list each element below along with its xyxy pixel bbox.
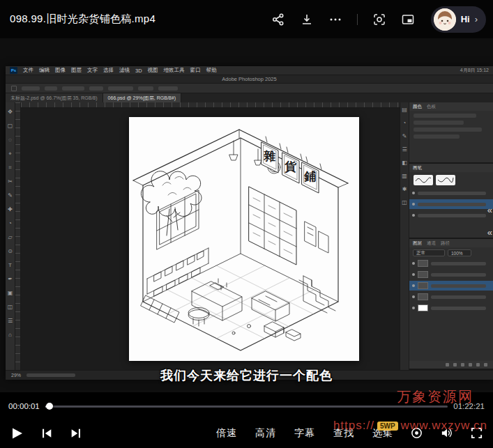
signboard-char-1: 雜 bbox=[264, 149, 276, 163]
tool-zoom-icon[interactable]: ⌂ bbox=[8, 328, 12, 342]
vertical-ruler bbox=[15, 102, 21, 370]
menu-edit[interactable]: 编辑 bbox=[39, 67, 50, 74]
tab-swatches[interactable]: 色板 bbox=[427, 104, 436, 110]
tool-hand-icon[interactable]: ☰ bbox=[8, 314, 13, 328]
brushes-panel: 画笔 bbox=[409, 164, 493, 239]
color-panel: 颜色 色板 bbox=[409, 102, 493, 164]
layer-mask-icon[interactable] bbox=[461, 363, 464, 366]
panel-adjustments-icon[interactable]: ◧ bbox=[402, 160, 407, 166]
tool-healing-icon[interactable]: ✚ bbox=[8, 203, 13, 217]
opacity-field[interactable]: 100% bbox=[448, 249, 471, 256]
panel-collapse-icon[interactable]: « bbox=[487, 206, 492, 215]
panel-actions-icon[interactable]: ✱ bbox=[402, 186, 407, 192]
brush-list-item[interactable] bbox=[409, 188, 493, 198]
tool-crop-icon[interactable]: ⌗ bbox=[8, 161, 12, 175]
photoshop-options-bar bbox=[6, 84, 493, 93]
photoshop-panels: ▤ ◔ ✎ ☰ ◧ ▥ ✱ ◫ 颜色 色板 bbox=[400, 102, 493, 370]
tool-mask-icon[interactable]: ◫ bbox=[8, 300, 13, 314]
seek-bar[interactable] bbox=[45, 405, 448, 408]
tab-layers[interactable]: 图层 bbox=[413, 240, 422, 247]
tool-move-icon[interactable]: ✥ bbox=[8, 105, 13, 119]
quality-button[interactable]: 高清 bbox=[255, 427, 276, 440]
playback-speed-button[interactable]: 倍速 bbox=[216, 427, 237, 440]
header-divider bbox=[357, 14, 358, 25]
brush-thumbnail[interactable] bbox=[414, 175, 433, 185]
layer-row-lineart[interactable] bbox=[409, 303, 493, 313]
video-frame[interactable]: Ps 文件 编辑 图像 图层 文字 选择 滤镜 3D 视图 增效工具 窗口 帮助… bbox=[0, 38, 493, 392]
menu-window[interactable]: 窗口 bbox=[190, 67, 201, 74]
signboard-char-3: 鋪 bbox=[304, 169, 317, 183]
panel-collapse-icon[interactable]: « bbox=[487, 228, 492, 237]
tab-color[interactable]: 颜色 bbox=[413, 104, 422, 110]
menu-file[interactable]: 文件 bbox=[23, 67, 33, 74]
menu-layer[interactable]: 图层 bbox=[71, 67, 82, 74]
photoshop-menubar: Ps 文件 编辑 图像 图层 文字 选择 滤镜 3D 视图 增效工具 窗口 帮助… bbox=[6, 66, 493, 75]
tool-quick-select-icon[interactable]: ⌖ bbox=[8, 147, 12, 161]
tool-type-icon[interactable]: T bbox=[8, 258, 12, 272]
adjustment-layer-icon[interactable] bbox=[469, 363, 472, 366]
menu-plugins[interactable]: 增效工具 bbox=[164, 67, 185, 74]
watermark-site-name: 万象资源网 bbox=[397, 387, 473, 406]
artboard[interactable]: 雜 貨 鋪 bbox=[129, 117, 359, 361]
layer-row[interactable] bbox=[409, 270, 493, 279]
panel-libraries-icon[interactable]: ☰ bbox=[402, 146, 407, 153]
tool-brush-icon[interactable]: ◔ bbox=[8, 217, 12, 231]
menu-view[interactable]: 视图 bbox=[148, 67, 158, 74]
layer-row[interactable] bbox=[409, 292, 493, 302]
brush-thumbnail[interactable] bbox=[436, 175, 455, 185]
tab-brushes[interactable]: 画笔 bbox=[413, 165, 422, 171]
canvas-area[interactable]: 雜 貨 鋪 bbox=[15, 102, 400, 370]
delete-layer-icon[interactable] bbox=[484, 363, 487, 366]
panel-brushes-icon[interactable]: ✎ bbox=[402, 133, 407, 139]
document-tab-inactive[interactable]: 未标题-2.psd @ 66.7%(图层 35, RGB/8) bbox=[6, 93, 103, 102]
tab-paths[interactable]: 路径 bbox=[441, 240, 450, 247]
watermark-url-prefix: https:// bbox=[333, 419, 374, 433]
avatar bbox=[434, 8, 456, 31]
previous-episode-button[interactable] bbox=[40, 427, 53, 440]
photoshop-workspace: ✥ ▢ ◌ ⌖ ⌗ ✂ ✎ ✚ ◔ ▱ ⊙ T ✒ ▣ ◫ ☰ ⌂ bbox=[6, 102, 493, 370]
user-account-button[interactable]: Hi › bbox=[431, 6, 486, 33]
more-icon[interactable] bbox=[328, 13, 342, 26]
tool-pen-icon[interactable]: ✒ bbox=[8, 272, 13, 286]
menu-image[interactable]: 图像 bbox=[55, 67, 66, 74]
panel-history-icon[interactable]: ▤ bbox=[402, 107, 407, 113]
subtitles-button[interactable]: 字幕 bbox=[294, 427, 315, 440]
next-episode-button[interactable] bbox=[70, 427, 82, 440]
link-layers-icon[interactable] bbox=[446, 363, 449, 366]
tab-channels[interactable]: 通道 bbox=[427, 240, 436, 247]
tool-shape-icon[interactable]: ▣ bbox=[8, 286, 13, 300]
brush-list-item[interactable] bbox=[409, 210, 493, 220]
brush-list-item-selected[interactable] bbox=[409, 199, 493, 209]
watermark-badge: 5WP bbox=[377, 422, 398, 431]
miniplayer-icon[interactable] bbox=[401, 13, 415, 26]
photoshop-logo: Ps bbox=[10, 67, 17, 74]
screenshot-icon[interactable] bbox=[372, 13, 386, 26]
document-tab-active[interactable]: 066.psd @ 29%(图层, RGB/8#) bbox=[103, 93, 181, 102]
panel-info-icon[interactable]: ◫ bbox=[402, 199, 407, 206]
seek-handle[interactable] bbox=[46, 403, 53, 410]
blend-mode-select[interactable]: 正常 bbox=[413, 249, 445, 256]
tool-eraser-icon[interactable]: ⊙ bbox=[8, 245, 13, 258]
panel-patterns-icon[interactable]: ▥ bbox=[402, 173, 407, 179]
layer-row[interactable] bbox=[409, 258, 493, 268]
share-icon[interactable] bbox=[271, 13, 285, 26]
menu-help[interactable]: 帮助 bbox=[206, 67, 217, 74]
tool-frame-icon[interactable]: ✂ bbox=[8, 175, 13, 189]
tool-lasso-icon[interactable]: ◌ bbox=[8, 133, 12, 147]
panel-properties-icon[interactable]: ◔ bbox=[403, 120, 407, 126]
new-layer-icon[interactable] bbox=[476, 363, 480, 366]
document-tabs: 未标题-2.psd @ 66.7%(图层 35, RGB/8) 066.psd … bbox=[6, 93, 493, 102]
menu-type[interactable]: 文字 bbox=[87, 67, 98, 74]
tool-marquee-icon[interactable]: ▢ bbox=[8, 119, 13, 133]
layer-style-icon[interactable] bbox=[453, 363, 457, 366]
download-icon[interactable] bbox=[300, 13, 314, 26]
video-player-app: 098.99.旧时光杂货铺色稿.mp4 bbox=[0, 0, 493, 448]
menu-3d[interactable]: 3D bbox=[135, 68, 142, 74]
menu-filter[interactable]: 滤镜 bbox=[119, 67, 130, 74]
play-button[interactable] bbox=[10, 426, 24, 440]
tool-eyedropper-icon[interactable]: ✎ bbox=[8, 189, 13, 203]
menu-select[interactable]: 选择 bbox=[103, 67, 114, 74]
layers-panel: 图层 通道 路径 正常 100% bbox=[409, 239, 493, 370]
tool-clone-stamp-icon[interactable]: ▱ bbox=[8, 231, 12, 245]
layer-row-selected[interactable] bbox=[409, 281, 493, 291]
